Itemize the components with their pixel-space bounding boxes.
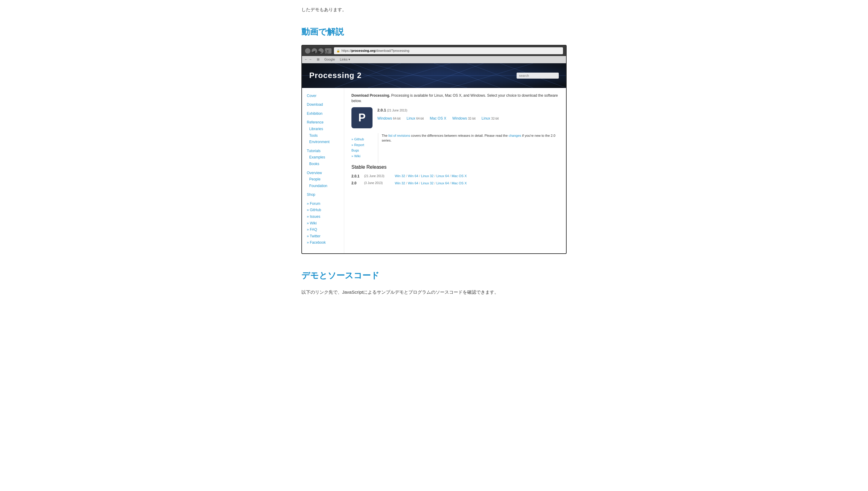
sidebar-link-wiki[interactable]: » Wiki: [307, 220, 339, 227]
toolbar-google[interactable]: Google: [324, 57, 335, 62]
sidebar-link-shop[interactable]: Shop: [307, 192, 339, 198]
processing-logo: P: [352, 107, 372, 128]
extra-link-github[interactable]: » Github: [352, 137, 364, 141]
rel1-macosx[interactable]: Mac OS X: [451, 174, 467, 178]
sidebar-section-reference: Reference Libraries Tools Environment: [307, 119, 339, 145]
dl-macosx[interactable]: Mac OS X: [430, 116, 446, 121]
section1-heading: 動画で解説: [301, 25, 567, 39]
download-grid: Windows 64-bit Linux 64-bit Mac OS X Win…: [377, 116, 499, 121]
rel1-linux32[interactable]: Linux 32: [421, 174, 434, 178]
version-date: (21 June 2013): [387, 109, 407, 112]
dl-windows64[interactable]: Windows 64-bit: [377, 116, 400, 121]
rel2-linux64[interactable]: Linux 64: [437, 181, 449, 185]
sidebar-link-twitter[interactable]: » Twitter: [307, 233, 339, 240]
page-wrapper: したデモもあります。 動画で解説 ◀ ▶ ↺ 🔒 https://process…: [289, 0, 579, 308]
browser-toolbar: ← → ⊞ Google Links ▾: [302, 56, 566, 63]
section2: デモとソースコード 以下のリンク先で、JavaScriptによるサンプルデモとプ…: [301, 269, 567, 296]
extra-description: The list of revisions covers the differe…: [378, 133, 559, 163]
proc-sidebar: Cover Download Exhibition Reference Libr…: [302, 88, 344, 253]
rel1-win32[interactable]: Win 32: [395, 174, 405, 178]
version-label: 2.0.1 (21 June 2013): [377, 107, 499, 114]
download-description: Download Processing. Processing is avail…: [352, 93, 559, 104]
sidebar-link-github[interactable]: » GitHub: [307, 207, 339, 213]
proc-title: Processing 2: [309, 69, 362, 82]
browser-addressbar[interactable]: 🔒 https://processing.org/download/?proce…: [334, 47, 563, 55]
processing-website: Processing 2 Cover Download Exhibition: [302, 63, 566, 253]
stable-releases: Stable Releases 2.0.1 (21 June 2013) Win…: [352, 163, 559, 186]
extra-link-reportbugs[interactable]: » Report Bugs: [352, 143, 364, 152]
release-2-version: 2.0: [352, 180, 361, 186]
sidebar-link-issues[interactable]: » Issues: [307, 213, 339, 220]
sidebar-link-tutorials[interactable]: Tutorials: [307, 148, 339, 154]
sidebar-section-community: » Forum » GitHub » Issues » Wiki » FAQ »…: [307, 201, 339, 246]
sidebar-link-facebook[interactable]: » Facebook: [307, 239, 339, 246]
proc-body: Cover Download Exhibition Reference Libr…: [302, 88, 566, 253]
proc-search-input[interactable]: [516, 73, 559, 79]
download-links: 2.0.1 (21 June 2013) Windows 64-bit Linu…: [377, 107, 499, 122]
toolbar-links[interactable]: Links ▾: [340, 57, 351, 62]
sidebar-link-people[interactable]: People: [309, 176, 339, 183]
sidebar-link-reference[interactable]: Reference: [307, 119, 339, 126]
browser-screenshot: ◀ ▶ ↺ 🔒 https://processing.org/download/…: [301, 45, 567, 254]
release-row-2: 2.0 (3 June 2013) Win 32 / Win 64 / Linu…: [352, 180, 559, 186]
extra-changes-link[interactable]: changes: [509, 134, 522, 137]
sidebar-section-tutorials: Tutorials Examples Books: [307, 148, 339, 168]
section2-text: 以下のリンク先で、JavaScriptによるサンプルデモとプログラムのソースコー…: [301, 289, 567, 296]
download-section: P 2.0.1 (21 June 2013) Windows 64-bit: [352, 107, 559, 128]
rel2-win32[interactable]: Win 32: [395, 181, 405, 185]
version-number: 2.0.1: [377, 108, 386, 112]
sidebar-link-exhibition[interactable]: Exhibition: [307, 111, 339, 117]
extra-section: » Github » Report Bugs » Wiki The list o…: [352, 133, 559, 163]
rel2-macosx[interactable]: Mac OS X: [451, 181, 467, 185]
browser-back-btn[interactable]: ◀: [312, 48, 317, 54]
download-heading-bold: Download Processing.: [352, 93, 390, 97]
release-row-1: 2.0.1 (21 June 2013) Win 32 / Win 64 / L…: [352, 174, 559, 179]
sidebar-link-books[interactable]: Books: [309, 161, 339, 168]
release-1-date: (21 June 2013): [364, 174, 391, 179]
rel1-linux64[interactable]: Linux 64: [437, 174, 449, 178]
section2-heading: デモとソースコード: [301, 269, 567, 283]
padlock-icon: 🔒: [336, 49, 340, 53]
sidebar-link-forum[interactable]: » Forum: [307, 201, 339, 207]
dl-linux32[interactable]: Linux 32-bit: [482, 116, 499, 121]
sidebar-link-environment[interactable]: Environment: [309, 139, 339, 145]
sidebar-link-overview[interactable]: Overview: [307, 170, 339, 176]
sidebar-link-examples[interactable]: Examples: [309, 154, 339, 161]
browser-close-btn[interactable]: [305, 48, 310, 54]
sidebar-link-foundation[interactable]: Foundation: [309, 183, 339, 190]
release-2-date: (3 June 2013): [364, 181, 391, 185]
release-1-links: Win 32 / Win 64 / Linux 32 / Linux 64 / …: [395, 174, 467, 179]
extra-link-wiki2[interactable]: » Wiki: [352, 154, 361, 158]
release-2-links: Win 32 / Win 64 / Linux 32 / Linux 64 / …: [395, 181, 467, 186]
sidebar-section-shop: Shop: [307, 192, 339, 198]
toolbar-grid: ⊞: [317, 57, 319, 62]
sidebar-section-overview: Overview People Foundation: [307, 170, 339, 190]
sidebar-section-exhibition: Exhibition: [307, 111, 339, 117]
browser-url: https://processing.org/download/?process…: [341, 48, 409, 54]
sidebar-section-download: Download: [307, 102, 339, 108]
dl-linux64[interactable]: Linux 64-bit: [407, 116, 424, 121]
dl-windows32[interactable]: Windows 32-bit: [452, 116, 476, 121]
browser-titlebar: ◀ ▶ ↺ 🔒 https://processing.org/download/…: [302, 46, 566, 56]
sidebar-link-libraries[interactable]: Libraries: [309, 126, 339, 133]
toolbar-nav: ← →: [304, 57, 312, 62]
release-1-version: 2.0.1: [352, 174, 361, 179]
rel1-win64[interactable]: Win 64: [408, 174, 418, 178]
extra-revisions-link[interactable]: list of revisions: [389, 134, 410, 137]
stable-releases-heading: Stable Releases: [352, 163, 559, 171]
rel2-win64[interactable]: Win 64: [408, 181, 418, 185]
rel2-linux32[interactable]: Linux 32: [421, 181, 434, 185]
browser-controls: ◀ ▶ ↺: [305, 48, 332, 54]
sidebar-link-tools[interactable]: Tools: [309, 133, 339, 139]
browser-refresh-btn[interactable]: ↺: [325, 48, 332, 54]
proc-header: Processing 2: [302, 63, 566, 88]
extra-links: » Github » Report Bugs » Wiki: [352, 137, 372, 160]
sidebar-section-cover: Cover: [307, 93, 339, 99]
sidebar-link-download[interactable]: Download: [307, 102, 339, 108]
browser-forward-btn[interactable]: ▶: [318, 48, 324, 54]
sidebar-link-cover[interactable]: Cover: [307, 93, 339, 99]
proc-main-content: Download Processing. Processing is avail…: [344, 88, 566, 253]
intro-text: したデモもあります。: [301, 6, 567, 13]
sidebar-link-faq[interactable]: » FAQ: [307, 227, 339, 233]
